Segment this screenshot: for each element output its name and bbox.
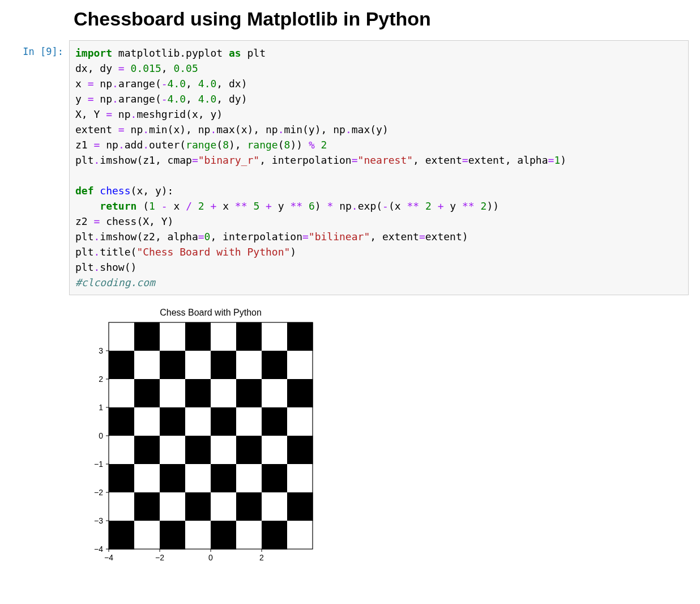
y-tick-label: 3 — [99, 346, 103, 355]
txt: max(x), np — [216, 124, 278, 135]
txt: outer( — [149, 139, 186, 151]
board-cell — [287, 436, 313, 465]
num: 8 — [284, 139, 291, 151]
num: 2 — [425, 200, 432, 212]
board-cell — [287, 351, 313, 380]
board-cell — [134, 464, 160, 493]
board-cell — [185, 492, 211, 521]
num: 4.0 — [168, 78, 186, 90]
txt: dx, dy — [75, 62, 118, 74]
fn-name: chess — [94, 185, 131, 197]
board-cell — [236, 407, 262, 436]
board-cell — [211, 436, 237, 465]
op: = — [419, 231, 425, 243]
num: 2 — [321, 139, 327, 151]
cell-prompt: In [9]: — [11, 40, 69, 57]
txt: y — [272, 200, 291, 212]
txt: (x, y): — [131, 185, 174, 197]
num: 4.0 — [198, 93, 217, 105]
output-area: Chess Board with Python −4−3−2−10123 −4−… — [69, 304, 689, 576]
op: . — [210, 124, 216, 135]
op: = — [118, 124, 125, 135]
board-cell — [287, 379, 313, 408]
board-cell — [262, 322, 288, 351]
op: + — [211, 200, 217, 212]
y-tick-label: 0 — [99, 431, 103, 440]
txt: ( — [278, 139, 284, 151]
txt: plt — [75, 154, 94, 166]
board-cell — [236, 521, 262, 550]
txt: x — [168, 200, 186, 212]
txt — [155, 200, 161, 212]
op: % — [309, 139, 315, 151]
board-cell — [160, 464, 186, 493]
board-cell — [236, 436, 262, 465]
board-cell — [211, 322, 237, 351]
board-cell — [134, 521, 160, 550]
board-cell — [262, 464, 288, 493]
board-cell — [134, 492, 160, 521]
y-tick-label: −2 — [94, 488, 103, 497]
board-cell — [262, 492, 288, 521]
num: 4.0 — [168, 93, 186, 105]
board-cell — [160, 351, 186, 380]
txt: )) — [486, 200, 499, 212]
board-cell — [160, 492, 186, 521]
txt: title( — [100, 246, 136, 258]
board-cell — [185, 407, 211, 436]
board-cell — [185, 351, 211, 380]
txt: ( — [216, 139, 223, 151]
notebook-cell: In [9]: import matplotlib.pyplot as plt … — [11, 40, 689, 295]
y-tick-label: −1 — [94, 460, 103, 469]
board-cell — [109, 521, 135, 550]
op: = — [352, 154, 358, 166]
txt: plt — [75, 246, 94, 258]
code-input[interactable]: import matplotlib.pyplot as plt dx, dy =… — [69, 40, 689, 295]
x-tick-label: −2 — [155, 553, 164, 562]
board-cell — [287, 407, 313, 436]
txt: imshow(z1, cmap — [100, 154, 192, 166]
board-cell — [160, 322, 186, 351]
num: 0.05 — [173, 62, 198, 74]
str: "nearest" — [358, 154, 413, 166]
txt: , dy) — [216, 93, 247, 105]
board-cell — [211, 379, 237, 408]
op: ** — [407, 200, 419, 212]
builtin: range — [247, 139, 278, 151]
kw-as: as — [229, 47, 241, 59]
txt — [302, 200, 309, 212]
board-cell — [185, 521, 211, 550]
op: = — [548, 154, 554, 166]
txt: exp( — [358, 200, 382, 212]
txt — [192, 200, 198, 212]
num: 4.0 — [198, 78, 217, 90]
num: 6 — [309, 200, 315, 212]
op: * — [327, 200, 334, 212]
page-title: Chessboard using Matplotlib in Python — [74, 8, 689, 30]
op: . — [94, 231, 100, 243]
y-tick-label: −3 — [94, 516, 103, 525]
board-cell — [134, 322, 160, 351]
board-cell — [185, 464, 211, 493]
board-cell — [236, 379, 262, 408]
txt: matplotlib.pyplot — [112, 47, 229, 59]
board-cell — [185, 322, 211, 351]
txt: X, Y — [75, 108, 106, 120]
board-cell — [287, 322, 313, 351]
txt: y — [443, 200, 462, 212]
txt: arange( — [118, 78, 161, 90]
txt: , dx) — [216, 78, 247, 90]
op: . — [118, 139, 125, 151]
board-cell — [262, 351, 288, 380]
op: . — [94, 154, 100, 166]
txt — [432, 200, 438, 212]
board-cell — [262, 521, 288, 550]
board-cell — [211, 521, 237, 550]
board-cell — [287, 492, 313, 521]
txt: , extent — [370, 231, 419, 243]
board-cell — [160, 436, 186, 465]
txt: extent — [75, 124, 118, 135]
txt: ) — [315, 200, 327, 212]
x-tick-label: −4 — [104, 553, 113, 562]
board-cell — [262, 436, 288, 465]
